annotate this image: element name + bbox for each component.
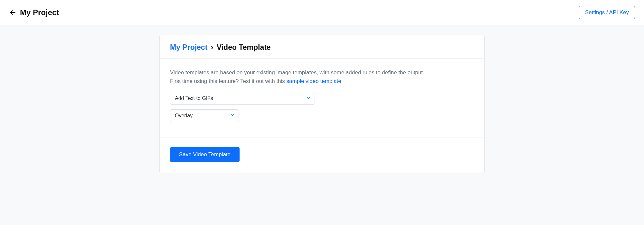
card-body: Video templates are based on your existi… <box>160 59 484 138</box>
mode-select[interactable]: Overlay <box>170 109 239 122</box>
card-footer: Save Video Template <box>160 138 484 173</box>
description-line2-pre: First time using this feature? Test it o… <box>170 78 287 84</box>
sample-video-template-link[interactable]: sample video template <box>287 78 341 84</box>
breadcrumb-current: Video Template <box>217 43 271 51</box>
description-line1: Video templates are based on your existi… <box>170 69 424 76</box>
mode-select-value[interactable]: Overlay <box>170 109 239 122</box>
breadcrumb-root-link[interactable]: My Project <box>170 43 207 51</box>
save-video-template-button[interactable]: Save Video Template <box>170 147 240 162</box>
description-text: Video templates are based on your existi… <box>170 68 474 86</box>
page-title: My Project <box>20 8 59 17</box>
main-area: My Project › Video Template Video templa… <box>0 25 644 186</box>
topbar: My Project Settings / API Key <box>0 0 644 25</box>
breadcrumb-separator: › <box>211 43 213 51</box>
back-arrow-icon[interactable] <box>9 9 17 16</box>
card-header: My Project › Video Template <box>160 35 484 59</box>
settings-api-key-button[interactable]: Settings / API Key <box>579 6 635 19</box>
video-template-card: My Project › Video Template Video templa… <box>159 35 485 173</box>
breadcrumb: My Project › Video Template <box>170 43 474 52</box>
template-select-value[interactable]: Add Text to GIFs <box>170 92 315 105</box>
topbar-left: My Project <box>9 8 59 17</box>
template-select[interactable]: Add Text to GIFs <box>170 92 315 105</box>
